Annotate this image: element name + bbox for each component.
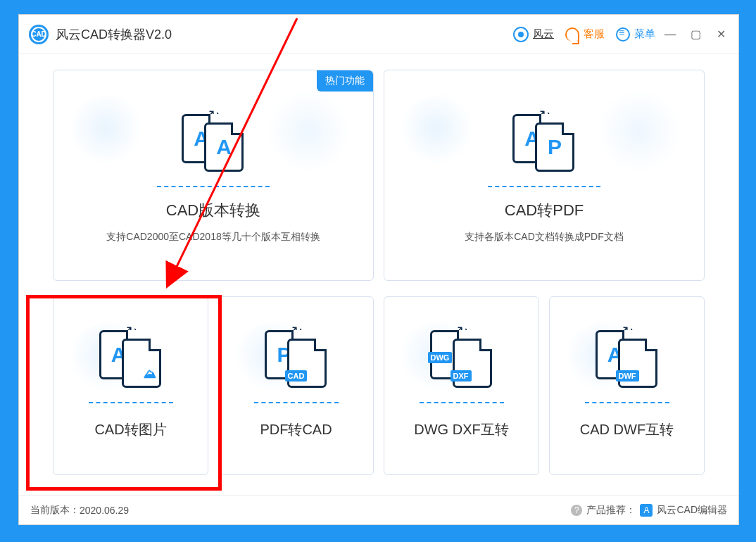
divider <box>254 402 339 403</box>
decorative-circle-icon <box>237 92 356 190</box>
divider <box>89 402 173 403</box>
divider <box>157 186 270 187</box>
main-area: 热门功能 ↻ A A CAD版本转换 支持CAD2000至CAD2018等几十个… <box>19 54 738 495</box>
divider <box>420 402 504 403</box>
bottom-row: ↻ A ⛰ CAD转图片 ↻ P CAD <box>53 296 705 475</box>
minimize-button[interactable]: — <box>660 24 681 45</box>
card-pdf-to-cad[interactable]: ↻ P CAD PDF转CAD <box>218 296 374 475</box>
card-icon: ↻ A A <box>182 107 245 177</box>
card-title: CAD DWF互转 <box>580 420 674 439</box>
hot-badge: 热门功能 <box>317 70 373 92</box>
image-icon: ⛰ <box>144 367 156 382</box>
card-cad-to-pdf[interactable]: ↻ A P CAD转PDF 支持各版本CAD文档转换成PDF文档 <box>384 70 705 281</box>
card-title: CAD转PDF <box>505 200 584 221</box>
card-title: CAD转图片 <box>94 420 166 439</box>
card-dwg-dxf[interactable]: ↻ DWG DXF DWG DXF互转 <box>384 296 539 475</box>
card-cad-version-convert[interactable]: 热门功能 ↻ A A CAD版本转换 支持CAD2000至CAD2018等几十个… <box>53 70 374 281</box>
version-label: 当前版本： <box>30 504 80 517</box>
card-icon: ↻ DWG DXF <box>430 323 493 393</box>
app-title: 风云CAD转换器V2.0 <box>56 26 172 43</box>
top-row: 热门功能 ↻ A A CAD版本转换 支持CAD2000至CAD2018等几十个… <box>53 70 705 281</box>
card-icon: ↻ A P <box>512 107 576 177</box>
decorative-circle-icon <box>567 92 687 190</box>
fengyun-link[interactable]: 风云 <box>513 27 554 42</box>
app-logo-icon: CAD <box>29 25 49 44</box>
divider <box>488 186 600 187</box>
target-icon <box>513 27 529 42</box>
card-title: DWG DXF互转 <box>414 420 508 439</box>
editor-app-icon: A <box>640 504 653 517</box>
card-icon: ↻ P CAD <box>265 323 328 393</box>
card-cad-to-image[interactable]: ↻ A ⛰ CAD转图片 <box>53 296 208 475</box>
card-title: CAD版本转换 <box>166 200 260 221</box>
footer: 当前版本： 2020.06.29 ? 产品推荐： A 风云CAD编辑器 <box>19 495 738 524</box>
divider <box>585 402 669 403</box>
card-title: PDF转CAD <box>260 420 332 439</box>
card-desc: 支持各版本CAD文档转换成PDF文档 <box>465 231 624 244</box>
app-window: CAD 风云CAD转换器V2.0 风云 客服 菜单 — ▢ ✕ 热门功能 <box>18 14 739 525</box>
help-icon: ? <box>571 505 582 516</box>
card-cad-dwf[interactable]: ↻ A DWF CAD DWF互转 <box>549 296 705 475</box>
menu-link[interactable]: 菜单 <box>616 27 655 42</box>
menu-icon <box>616 27 630 42</box>
editor-link[interactable]: 风云CAD编辑器 <box>657 504 727 517</box>
titlebar: CAD 风云CAD转换器V2.0 风云 客服 菜单 — ▢ ✕ <box>19 15 738 54</box>
recommend-label: 产品推荐： <box>586 504 636 517</box>
card-icon: ↻ A DWF <box>596 323 659 393</box>
card-desc: 支持CAD2000至CAD2018等几十个版本互相转换 <box>106 231 320 244</box>
kefu-link[interactable]: 客服 <box>565 27 605 42</box>
decorative-circle-icon <box>63 94 169 179</box>
menu-label: 菜单 <box>634 27 655 41</box>
close-button[interactable]: ✕ <box>710 24 731 45</box>
fengyun-label: 风云 <box>533 27 554 41</box>
kefu-label: 客服 <box>584 27 605 41</box>
decorative-circle-icon <box>394 94 500 179</box>
maximize-button[interactable]: ▢ <box>685 24 706 45</box>
version-value: 2020.06.29 <box>80 505 129 516</box>
card-icon: ↻ A ⛰ <box>99 323 163 393</box>
headset-icon <box>565 27 579 42</box>
